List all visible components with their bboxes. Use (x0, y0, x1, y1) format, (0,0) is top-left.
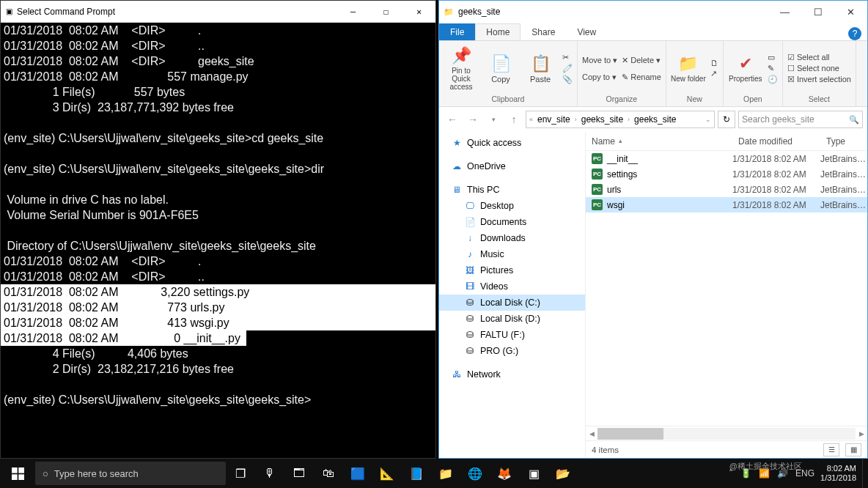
horizontal-scrollbar[interactable]: ◀ ▶ (586, 426, 867, 440)
tray-volume-icon[interactable]: 🔊 (777, 468, 788, 478)
tab-view[interactable]: View (566, 23, 607, 40)
explorer-titlebar[interactable]: 📁 geeks_site — ☐ ✕ (439, 1, 867, 23)
minimize-button[interactable]: — (336, 1, 369, 23)
search-input[interactable]: Search geeks_site 🔍 (738, 111, 863, 128)
navigation-pane[interactable]: ★Quick access ☁OneDrive 🖥This PC 🖵Deskto… (439, 132, 586, 458)
tray-icon[interactable]: 🔋 (740, 468, 751, 478)
nav-downloads[interactable]: ↓Downloads (439, 230, 585, 246)
tray-chevron-icon[interactable]: ˄ (729, 468, 733, 478)
delete-button[interactable]: ✕ Delete ▾ (622, 56, 661, 65)
taskbar-firefox[interactable]: 🦊 (490, 459, 519, 488)
header-type[interactable]: Type (820, 136, 867, 147)
header-date[interactable]: Date modified (732, 136, 820, 147)
copy-to-button[interactable]: Copy to ▾ (582, 73, 617, 82)
mic-icon[interactable]: 🎙 (255, 459, 284, 488)
taskbar-app-store[interactable]: 🛍 (314, 459, 343, 488)
paste-button[interactable]: 📋Paste (523, 54, 558, 84)
nav-quick-access[interactable]: ★Quick access (439, 135, 585, 151)
header-name[interactable]: Name ▲ (586, 136, 732, 147)
tab-home[interactable]: Home (475, 23, 521, 40)
easy-access-icon[interactable]: ↗ (710, 69, 718, 78)
select-none-button[interactable]: ☐ Select none (787, 64, 851, 73)
breadcrumb-part[interactable]: geeks_site (631, 114, 679, 125)
maximize-button[interactable]: ☐ (801, 1, 834, 23)
details-view-button[interactable]: ☰ (823, 443, 839, 456)
taskbar-explorer[interactable]: 📂 (548, 459, 578, 488)
scroll-left-icon[interactable]: ◀ (586, 430, 597, 437)
move-to-button[interactable]: Move to ▾ (582, 56, 617, 65)
nav-local-disk-d[interactable]: ⛁Local Disk (D:) (439, 311, 585, 327)
pin-quick-access-button[interactable]: 📌Pin to Quick access (444, 46, 479, 91)
paste-shortcut-icon[interactable]: 📎 (562, 75, 573, 84)
file-pane: Name ▲ Date modified Type PC__init__1/31… (586, 132, 867, 458)
file-row[interactable]: PC__init__1/31/2018 8:02 AMJetBrains PyC… (586, 151, 867, 166)
tab-file[interactable]: File (439, 23, 475, 40)
back-button[interactable]: ← (444, 111, 461, 128)
nav-local-disk-c[interactable]: ⛁Local Disk (C:) (439, 295, 585, 311)
close-button[interactable]: ✕ (834, 1, 867, 23)
pycharm-icon: PC (592, 169, 603, 180)
up-button[interactable]: ↑ (505, 111, 523, 128)
help-icon[interactable]: ? (848, 27, 861, 40)
select-all-button[interactable]: ☑ Select all (787, 53, 851, 62)
show-desktop-button[interactable] (862, 459, 868, 488)
nav-videos[interactable]: 🎞Videos (439, 278, 585, 295)
refresh-button[interactable]: ↻ (718, 111, 735, 128)
start-button[interactable] (0, 459, 35, 488)
file-date: 1/31/2018 8:02 AM (732, 154, 820, 164)
task-view-button[interactable]: ❐ (226, 459, 255, 488)
nav-drive-g[interactable]: ⛁PRO (G:) (439, 343, 585, 359)
file-list[interactable]: PC__init__1/31/2018 8:02 AMJetBrains PyC… (586, 151, 867, 426)
system-tray[interactable]: ˄ 🔋 📶 🔊 ENG (729, 468, 814, 478)
nav-network[interactable]: 🖧Network (439, 366, 585, 382)
cmd-titlebar[interactable]: ▣ Select Command Prompt — ☐ ✕ (1, 1, 435, 23)
icons-view-button[interactable]: ▦ (845, 443, 861, 456)
history-icon[interactable]: 🕘 (768, 75, 778, 84)
open-icon[interactable]: ▭ (768, 53, 778, 62)
file-row[interactable]: PCsettings1/31/2018 8:02 AMJetBrains PyC… (586, 166, 867, 182)
scrollbar-thumb[interactable] (597, 428, 663, 440)
new-folder-button[interactable]: 📁New folder (671, 54, 706, 83)
cut-icon[interactable]: ✂ (562, 53, 573, 62)
properties-button[interactable]: ✔Properties (728, 54, 763, 83)
file-row[interactable]: PCurls1/31/2018 8:02 AMJetBrains PyChar.… (586, 182, 867, 197)
column-headers[interactable]: Name ▲ Date modified Type (586, 132, 867, 151)
copy-button[interactable]: 📄Copy (483, 54, 518, 84)
breadcrumb-part[interactable]: env_site (534, 114, 573, 125)
nav-pictures[interactable]: 🖼Pictures (439, 262, 585, 278)
taskbar-app[interactable]: 🗔 (284, 459, 314, 488)
nav-desktop[interactable]: 🖵Desktop (439, 198, 585, 214)
new-item-icon[interactable]: 🗋 (710, 59, 718, 67)
rename-button[interactable]: ✎ Rename (622, 73, 661, 82)
nav-onedrive[interactable]: ☁OneDrive (439, 158, 585, 174)
cmd-content[interactable]: 01/31/2018 08:02 AM <DIR> .01/31/2018 08… (1, 23, 435, 407)
breadcrumb[interactable]: « env_site › geeks_site › geeks_site ⌄ (526, 111, 715, 128)
tray-network-icon[interactable]: 📶 (759, 468, 770, 478)
scroll-right-icon[interactable]: ▶ (856, 430, 867, 437)
copy-path-icon[interactable]: 🧷 (562, 64, 573, 73)
taskbar-chrome[interactable]: 🌐 (460, 459, 490, 488)
taskbar-app[interactable]: 🟦 (343, 459, 372, 488)
nav-music[interactable]: ♪Music (439, 246, 585, 262)
invert-selection-button[interactable]: ☒ Invert selection (787, 75, 851, 84)
recent-button[interactable]: ▾ (485, 111, 502, 128)
tray-ime-icon[interactable]: ENG (795, 468, 814, 478)
tab-share[interactable]: Share (521, 23, 566, 40)
taskbar-app[interactable]: 📐 (372, 459, 402, 488)
breadcrumb-part[interactable]: geeks_site (578, 114, 626, 125)
file-row[interactable]: PCwsgi1/31/2018 8:02 AMJetBrains PyChar.… (586, 197, 867, 212)
taskbar-app[interactable]: 📁 (431, 459, 460, 488)
nav-drive-f[interactable]: ⛁FALTU (F:) (439, 327, 585, 343)
taskbar-cmd[interactable]: ▣ (519, 459, 548, 488)
nav-this-pc[interactable]: 🖥This PC (439, 182, 585, 198)
chevron-down-icon[interactable]: ⌄ (705, 116, 711, 123)
taskbar-clock[interactable]: 8:02 AM 1/31/2018 (814, 464, 862, 483)
minimize-button[interactable]: — (768, 1, 801, 23)
taskbar-search-input[interactable]: ○ Type here to search (35, 462, 226, 485)
maximize-button[interactable]: ☐ (369, 1, 402, 23)
nav-documents[interactable]: 📄Documents (439, 214, 585, 230)
forward-button[interactable]: → (464, 111, 482, 128)
close-button[interactable]: ✕ (402, 1, 435, 23)
edit-icon[interactable]: ✎ (768, 64, 778, 73)
taskbar-app[interactable]: 📘 (402, 459, 431, 488)
